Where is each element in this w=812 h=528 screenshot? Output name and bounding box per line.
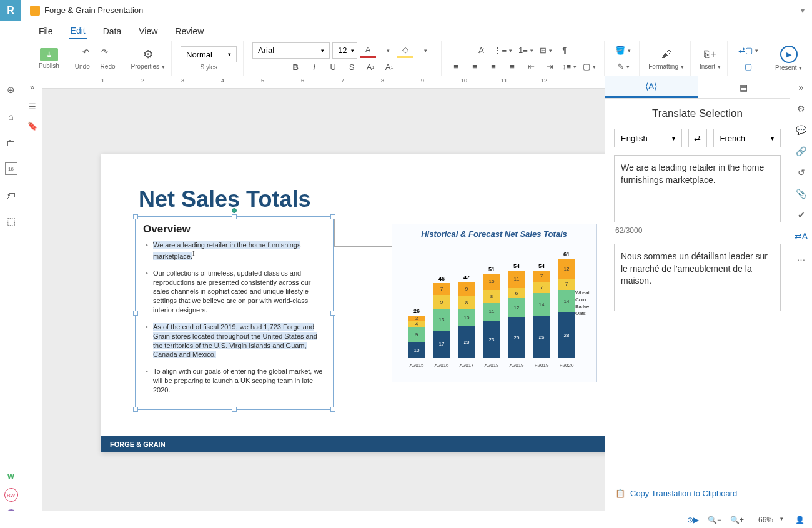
italic-button[interactable]: I <box>306 60 322 75</box>
copy-translation-button[interactable]: 📋 Copy Translation to Clipboard <box>605 481 790 506</box>
bullet-3[interactable]: As of the end of fiscal 2019, we had 1,7… <box>153 322 323 359</box>
outline-list-icon[interactable]: ☰ <box>29 102 36 111</box>
align-left-button[interactable]: ≡ <box>448 59 464 74</box>
target-textarea[interactable]: Nous sommes un détaillant leader sur le … <box>614 244 781 311</box>
swap-lang-button[interactable]: ⇄ <box>688 129 707 147</box>
resize-handle-s[interactable] <box>232 407 237 412</box>
menu-file[interactable]: File <box>37 24 54 39</box>
slide[interactable]: Net Sales Totals Overview We are a leadi… <box>101 154 605 452</box>
history-icon[interactable]: ↺ <box>798 167 805 177</box>
w-badge-icon[interactable]: w <box>7 471 14 481</box>
strike-button[interactable]: S <box>344 60 360 75</box>
source-textarea[interactable]: We are a leading retailer in the home fu… <box>614 155 781 222</box>
align-justify-button[interactable]: ≡ <box>504 59 520 74</box>
rotate-handle[interactable] <box>232 208 237 213</box>
bullet-4[interactable]: To align with our goals of entering the … <box>153 367 323 395</box>
tab-translate[interactable]: ⟨A⟩ <box>605 76 698 98</box>
play-icon[interactable]: ⊙▶ <box>687 516 699 524</box>
home-icon[interactable]: ⌂ <box>5 110 17 122</box>
arrange-button[interactable]: ⇄▢ <box>736 43 760 58</box>
zoom-in-button[interactable]: 🔍+ <box>730 516 744 524</box>
folder-icon[interactable]: 🗀 <box>5 136 17 149</box>
menu-review[interactable]: Review <box>174 24 205 39</box>
gear-icon[interactable]: ⚙ <box>797 104 805 114</box>
style-select[interactable]: Normal▾ <box>181 46 237 62</box>
arrange2-button[interactable]: ▢ <box>740 59 756 74</box>
slide-title[interactable]: Net Sales Totals <box>139 186 310 212</box>
font-select[interactable]: Arial▾ <box>252 42 330 59</box>
lang-from-select[interactable]: English▾ <box>614 129 682 147</box>
attachment-icon[interactable]: 📎 <box>796 189 806 199</box>
subscript-button[interactable]: A1 <box>381 60 397 75</box>
user-icon[interactable]: 👤 <box>795 516 805 524</box>
link-icon[interactable]: 🔗 <box>796 146 806 156</box>
pen-button[interactable]: ✎ <box>615 59 631 74</box>
resize-handle-se[interactable] <box>330 407 335 412</box>
bullet-1[interactable]: We are a leading retailer in the home fu… <box>153 241 323 261</box>
cube-icon[interactable]: ⬚ <box>5 215 17 227</box>
properties-label[interactable]: Properties <box>131 63 166 70</box>
fontsize-select[interactable]: 12▾ <box>332 42 357 59</box>
linespacing-button[interactable]: ↕≡ <box>560 59 578 74</box>
underline-button[interactable]: U <box>325 60 341 75</box>
app-badge[interactable]: R <box>0 0 21 21</box>
align-right-button[interactable]: ≡ <box>485 59 502 74</box>
add-icon[interactable]: ⊕ <box>5 84 17 96</box>
properties-icon[interactable]: ⚙ <box>140 47 156 62</box>
lang-to-select[interactable]: French▾ <box>713 129 781 147</box>
chart[interactable]: Historical & Forecast Net Sales Totals W… <box>392 224 597 382</box>
insert-icon[interactable]: ⎘+ <box>702 47 718 62</box>
highlight-dd[interactable] <box>416 43 432 58</box>
bookmark-icon[interactable]: 🔖 <box>27 121 37 131</box>
overview-heading[interactable]: Overview <box>136 217 333 239</box>
table-button[interactable]: ⊞ <box>538 43 554 58</box>
resize-handle-nw[interactable] <box>133 214 138 219</box>
bullets-button[interactable]: ⋮≡ <box>492 43 514 58</box>
menu-view[interactable]: View <box>137 24 159 39</box>
superscript-button[interactable]: A1 <box>362 60 379 75</box>
paragraph-button[interactable]: ¶ <box>557 43 573 58</box>
check-icon[interactable]: ✔ <box>798 210 805 220</box>
bullet-2[interactable]: Our collections of timeless, updated cla… <box>153 269 323 315</box>
zoom-out-button[interactable]: 🔍− <box>708 516 721 524</box>
border-button[interactable]: ▢ <box>581 59 598 74</box>
ruler[interactable]: 123456789101112 <box>42 76 605 89</box>
tag-icon[interactable]: 🏷 <box>5 189 17 201</box>
clearformat-button[interactable]: A̷ <box>473 43 489 58</box>
calendar-icon[interactable]: 16 <box>5 162 17 175</box>
user-badge[interactable]: RW <box>4 488 18 502</box>
formatting-label[interactable]: Formatting <box>648 63 684 70</box>
numbering-button[interactable]: 1≡ <box>517 43 535 58</box>
expand-left-icon[interactable]: » <box>30 82 34 92</box>
present-button[interactable]: ▶ <box>780 46 798 63</box>
resize-handle-n[interactable] <box>232 214 237 219</box>
comment-icon[interactable]: 💬 <box>796 125 806 135</box>
textcolor-dd[interactable] <box>379 43 395 58</box>
menu-edit[interactable]: Edit <box>69 23 87 39</box>
canvas-inner[interactable]: Net Sales Totals Overview We are a leadi… <box>42 89 605 528</box>
expand-right-icon[interactable]: » <box>799 82 804 92</box>
resize-handle-e[interactable] <box>330 311 335 316</box>
publish-button[interactable]: ⤓ <box>40 48 58 61</box>
more-icon[interactable]: … <box>797 252 806 262</box>
align-center-button[interactable]: ≡ <box>467 59 483 74</box>
zoom-select[interactable]: 66% <box>753 514 786 526</box>
undo-button[interactable]: ↶ <box>77 45 94 60</box>
menu-data[interactable]: Data <box>102 24 123 39</box>
textcolor-button[interactable]: A <box>360 43 376 58</box>
doc-tab[interactable]: Forge & Grain Presentation <box>21 0 152 21</box>
present-label[interactable]: Present <box>775 64 802 71</box>
overview-list[interactable]: We are a leading retailer in the home fu… <box>136 239 333 395</box>
bold-button[interactable]: B <box>287 60 304 75</box>
formatting-icon[interactable]: 🖌 <box>658 47 675 62</box>
resize-handle-sw[interactable] <box>133 407 138 412</box>
highlight-button[interactable]: ◇ <box>397 43 413 58</box>
titlebar-menu-icon[interactable]: ▾ <box>793 6 812 15</box>
overview-textbox[interactable]: Overview We are a leading retailer in th… <box>135 216 334 410</box>
redo-button[interactable]: ↷ <box>96 45 112 60</box>
outdent-button[interactable]: ⇤ <box>523 59 539 74</box>
indent-button[interactable]: ⇥ <box>542 59 558 74</box>
fill-button[interactable]: 🪣 <box>613 43 633 58</box>
tab-other[interactable]: ▤ <box>698 76 790 98</box>
resize-handle-w[interactable] <box>133 311 138 316</box>
